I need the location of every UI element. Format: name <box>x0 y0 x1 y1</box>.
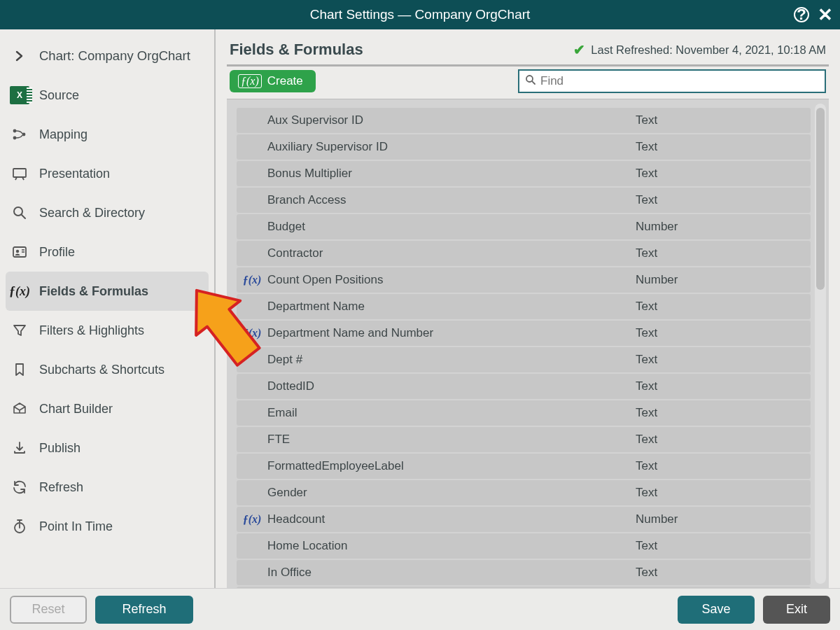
body: Chart: Company OrgChart XSourceMappingPr… <box>0 29 840 588</box>
sidebar-item-profile[interactable]: Profile <box>0 232 214 272</box>
create-button[interactable]: ƒ(x) Create <box>230 70 316 92</box>
field-row[interactable]: ƒ(x)LevelNumber <box>237 587 811 588</box>
svg-point-0 <box>13 130 17 133</box>
field-name: Count Open Positions <box>267 273 636 287</box>
sidebar-item-point-in-time[interactable]: Point In Time <box>0 507 214 546</box>
sidebar-item-label: Profile <box>39 245 75 260</box>
window-title: Chart Settings — Company OrgChart <box>310 7 531 22</box>
field-name: Bonus Multiplier <box>267 167 636 181</box>
sidebar-item-filters-highlights[interactable]: Filters & Highlights <box>0 311 214 350</box>
field-type: Text <box>636 300 811 314</box>
find-input[interactable] <box>540 71 819 92</box>
svg-point-9 <box>16 250 19 253</box>
field-row[interactable]: Home LocationText <box>237 533 811 559</box>
sidebar-item-label: Subcharts & Shortcuts <box>39 363 164 377</box>
window-controls: ? ✕ <box>794 0 833 29</box>
field-name: Auxiliary Supervisor ID <box>267 140 636 154</box>
field-row[interactable]: ContractorText <box>237 241 811 266</box>
footer: Reset Refresh Save Exit <box>0 588 840 630</box>
field-type: Text <box>636 539 811 553</box>
field-name: DottedID <box>267 379 636 393</box>
find-field[interactable] <box>518 69 826 93</box>
field-name: FTE <box>267 433 636 447</box>
field-row[interactable]: BudgetNumber <box>237 214 811 239</box>
content-title: Fields & Formulas <box>230 41 363 59</box>
field-name: Department Name <box>267 300 636 314</box>
sidebar-item-label: Publish <box>39 441 80 456</box>
field-row[interactable]: DottedIDText <box>237 374 811 399</box>
fields-list: Aux Supervisor IDTextAuxiliary Superviso… <box>227 99 829 588</box>
search-icon <box>10 203 29 223</box>
field-name: Contractor <box>267 246 636 260</box>
field-row[interactable]: Auxiliary Supervisor IDText <box>237 134 811 160</box>
svg-line-17 <box>532 81 535 84</box>
status-label: Last Refreshed: November 4, 2021, 10:18 … <box>591 43 826 57</box>
close-icon[interactable]: ✕ <box>818 6 833 24</box>
mapping-icon <box>10 125 29 144</box>
sidebar: Chart: Company OrgChart XSourceMappingPr… <box>0 29 216 588</box>
field-row[interactable]: FTEText <box>237 427 811 452</box>
field-row[interactable]: ƒ(x)HeadcountNumber <box>237 507 811 532</box>
refresh-icon <box>10 477 29 497</box>
field-type: Text <box>636 140 811 154</box>
field-row[interactable]: In OfficeText <box>237 560 811 585</box>
sidebar-item-label: Fields & Formulas <box>39 284 148 299</box>
scroll-thumb[interactable] <box>816 108 825 290</box>
reset-button[interactable]: Reset <box>10 596 87 624</box>
exit-button[interactable]: Exit <box>763 596 830 624</box>
save-button[interactable]: Save <box>678 596 755 624</box>
field-name: Dept # <box>267 353 636 367</box>
sidebar-item-source[interactable]: XSource <box>0 76 214 115</box>
field-type: Text <box>636 566 811 580</box>
chevron-right-icon <box>10 46 29 66</box>
sidebar-item-fields-formulas[interactable]: ƒ(x)Fields & Formulas <box>6 272 209 311</box>
sidebar-item-presentation[interactable]: Presentation <box>0 154 214 193</box>
field-name: FormattedEmployeeLabel <box>267 459 636 473</box>
field-name: Department Name and Number <box>267 326 636 340</box>
field-row[interactable]: EmailText <box>237 400 811 426</box>
help-icon[interactable]: ? <box>794 7 809 22</box>
sidebar-item-chart-builder[interactable]: Chart Builder <box>0 389 214 428</box>
sidebar-item-publish[interactable]: Publish <box>0 428 214 468</box>
field-name: Email <box>267 406 636 420</box>
filter-icon <box>10 321 29 340</box>
field-type: Text <box>636 326 811 340</box>
sidebar-header-label: Chart: Company OrgChart <box>39 48 190 64</box>
scrollbar[interactable] <box>815 104 826 584</box>
fx-icon: ƒ(x) <box>10 281 29 301</box>
stopwatch-icon <box>10 517 29 536</box>
field-row[interactable]: ƒ(x)Count Open PositionsNumber <box>237 267 811 293</box>
field-row[interactable]: Department NameText <box>237 294 811 319</box>
field-row[interactable]: Aux Supervisor IDText <box>237 108 811 133</box>
field-name: Home Location <box>267 539 636 553</box>
field-name: Gender <box>267 486 636 500</box>
field-row[interactable]: Bonus MultiplierText <box>237 161 811 186</box>
status-text: ✔ Last Refreshed: November 4, 2021, 10:1… <box>573 41 826 58</box>
field-row[interactable]: Branch AccessText <box>237 188 811 213</box>
svg-point-6 <box>14 207 22 216</box>
field-row[interactable]: ƒ(x)Department Name and NumberText <box>237 321 811 346</box>
field-row[interactable]: Dept #Text <box>237 347 811 372</box>
field-type: Text <box>636 379 811 393</box>
field-row[interactable]: FormattedEmployeeLabelText <box>237 454 811 479</box>
sidebar-item-subcharts-shortcuts[interactable]: Subcharts & Shortcuts <box>0 350 214 389</box>
sidebar-header[interactable]: Chart: Company OrgChart <box>0 36 214 76</box>
field-type: Number <box>636 512 811 526</box>
field-type: Text <box>636 459 811 473</box>
field-type: Text <box>636 486 811 500</box>
field-type: Number <box>636 273 811 287</box>
sidebar-item-refresh[interactable]: Refresh <box>0 468 214 507</box>
sidebar-item-label: Source <box>39 88 79 103</box>
fx-icon: ƒ(x) <box>237 513 267 526</box>
field-name: Branch Access <box>267 193 636 207</box>
fx-icon: ƒ(x) <box>238 74 262 88</box>
sidebar-item-label: Point In Time <box>39 519 113 534</box>
sidebar-item-mapping[interactable]: Mapping <box>0 115 214 154</box>
svg-line-7 <box>22 215 25 218</box>
field-type: Text <box>636 246 811 260</box>
sidebar-item-search-directory[interactable]: Search & Directory <box>0 193 214 232</box>
publish-icon <box>10 438 29 458</box>
field-row[interactable]: GenderText <box>237 480 811 505</box>
refresh-button[interactable]: Refresh <box>95 596 193 624</box>
bookmark-icon <box>10 360 29 379</box>
